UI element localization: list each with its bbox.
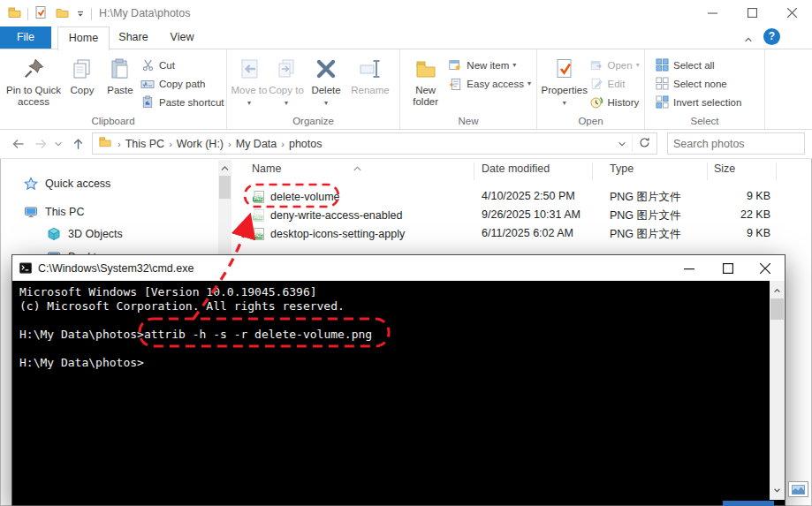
- cmd-title: C:\Windows\System32\cmd.exe: [38, 262, 194, 275]
- back-button[interactable]: [7, 133, 28, 155]
- ribbon-group-open: Properties▾ Open ▾ Edit History Open: [537, 49, 645, 129]
- help-icon[interactable]: ?: [763, 28, 780, 45]
- file-size: 22 KB: [698, 208, 770, 221]
- copy-to-icon: [275, 54, 298, 84]
- open-button[interactable]: Open ▾: [588, 56, 642, 74]
- sidebar-item-this-pc[interactable]: This PC: [23, 205, 84, 219]
- up-button[interactable]: [67, 133, 88, 155]
- breadcrumb-photos[interactable]: photos: [286, 138, 325, 150]
- column-header-name[interactable]: Name: [252, 162, 281, 175]
- rename-icon: [358, 54, 383, 84]
- rename-button[interactable]: Rename: [347, 52, 393, 96]
- history-button[interactable]: History: [588, 93, 642, 111]
- qat-properties-button[interactable]: [34, 5, 48, 23]
- qat-customize-caret-icon[interactable]: [75, 6, 86, 22]
- column-divider[interactable]: [592, 162, 593, 180]
- address-bar[interactable]: › This PC › Work (H:) › My Data › photos: [92, 132, 657, 155]
- new-folder-button[interactable]: New folder: [404, 52, 447, 107]
- dropdown-caret-icon: ▾: [527, 80, 531, 87]
- sidebar-item-3d-objects[interactable]: 3D Objects: [46, 227, 123, 241]
- sidebar-scrollbar[interactable]: [218, 160, 231, 259]
- column-header-size[interactable]: Size: [714, 162, 735, 175]
- cmd-title-bar[interactable]: C:\Windows\System32\cmd.exe: [12, 255, 785, 281]
- delete-button[interactable]: Delete▾: [305, 52, 347, 107]
- maximize-button[interactable]: [737, 0, 767, 26]
- open-icon: [588, 58, 604, 72]
- scroll-up-icon[interactable]: [770, 283, 785, 298]
- search-box[interactable]: [667, 132, 805, 155]
- invert-selection-button[interactable]: Invert selection: [654, 93, 763, 111]
- scroll-down-icon[interactable]: [770, 482, 785, 497]
- history-icon: [588, 95, 604, 110]
- cmd-maximize-button[interactable]: [710, 255, 746, 281]
- recent-locations-caret-icon[interactable]: [50, 133, 66, 155]
- column-divider[interactable]: [474, 162, 474, 180]
- column-divider[interactable]: [707, 162, 708, 180]
- svg-text:PNG: PNG: [254, 197, 262, 201]
- column-divider[interactable]: [776, 162, 777, 180]
- copy-button[interactable]: Copy: [64, 52, 101, 96]
- pin-to-quick-access-button[interactable]: Pin to Quick access: [4, 52, 64, 107]
- cmd-icon: [19, 261, 33, 275]
- tab-file[interactable]: File: [0, 26, 51, 49]
- file-row-delete-volume[interactable]: PNG delete-volume: [251, 187, 340, 206]
- qat-new-folder-button[interactable]: [55, 5, 70, 23]
- select-none-button[interactable]: Select none: [654, 74, 763, 93]
- paste-icon: [109, 54, 132, 84]
- ribbon-collapse-icon[interactable]: [743, 33, 754, 49]
- tab-home[interactable]: Home: [57, 26, 110, 50]
- file-row-deny-write-access-enabled[interactable]: PNG deny-write-access-enabled: [251, 206, 402, 224]
- scissors-icon: [140, 58, 156, 72]
- cmd-close-button[interactable]: [747, 255, 783, 281]
- properties-button[interactable]: Properties▾: [541, 52, 588, 107]
- thumbnail-view-toggle-button[interactable]: [788, 481, 808, 497]
- sidebar-item-quick-access[interactable]: Quick access: [23, 177, 110, 191]
- cmd-window[interactable]: C:\Windows\System32\cmd.exe Microsoft Wi…: [11, 254, 785, 506]
- tab-share[interactable]: Share: [109, 26, 158, 49]
- sort-ascending-icon: [353, 160, 362, 176]
- cmd-minimize-button[interactable]: [672, 255, 707, 281]
- ribbon-tabs: File Home Share View ?: [0, 26, 812, 49]
- paste-button[interactable]: Paste: [101, 52, 140, 96]
- png-file-icon: PNG: [251, 227, 267, 241]
- column-header-type[interactable]: Type: [610, 162, 634, 175]
- column-header-date[interactable]: Date modified: [482, 162, 550, 175]
- select-all-button[interactable]: Select all: [654, 56, 763, 74]
- breadcrumb-my-data[interactable]: My Data: [233, 138, 280, 150]
- select-all-icon: [654, 58, 670, 72]
- console-command-line: H:\My Data\photos>attrib -h -s -r delete…: [19, 328, 372, 341]
- select-none-icon: [654, 77, 670, 91]
- svg-text:PNG: PNG: [254, 234, 262, 238]
- edit-button[interactable]: Edit: [588, 74, 642, 93]
- minimize-button[interactable]: [697, 0, 727, 26]
- group-label-select: Select: [645, 116, 764, 126]
- forward-button[interactable]: [30, 133, 51, 155]
- scrollbar-thumb[interactable]: [770, 298, 784, 320]
- refresh-icon[interactable]: [632, 136, 656, 152]
- window-edge-accent: [723, 501, 774, 506]
- png-file-icon: PNG: [251, 190, 267, 204]
- address-dropdown-caret-icon[interactable]: [612, 136, 632, 152]
- title-bar: H:\My Data\photos: [0, 0, 812, 26]
- new-item-button[interactable]: New item ▾: [447, 56, 535, 74]
- group-label-organize: Organize: [227, 116, 399, 126]
- breadcrumb-this-pc[interactable]: This PC: [123, 138, 167, 150]
- move-to-button[interactable]: Move to ▾: [231, 52, 268, 107]
- breadcrumb-work-h[interactable]: Work (H:): [174, 138, 226, 150]
- console-line: (c) Microsoft Corporation. All rights re…: [19, 299, 345, 313]
- search-input[interactable]: [668, 138, 812, 150]
- file-row-desktop-icons-setting-apply[interactable]: PNG desktop-icons-setting-apply: [251, 224, 405, 243]
- paste-shortcut-button[interactable]: Paste shortcut: [140, 93, 224, 111]
- quick-access-star-icon: [23, 177, 39, 191]
- scrollbar-thumb[interactable]: [219, 176, 231, 199]
- easy-access-icon: [447, 77, 463, 91]
- copy-path-button[interactable]: Copy path: [140, 74, 224, 93]
- close-button[interactable]: [777, 0, 807, 26]
- copy-to-button[interactable]: Copy to ▾: [268, 52, 305, 107]
- easy-access-button[interactable]: Easy access ▾: [447, 74, 535, 93]
- paste-shortcut-icon: [140, 95, 156, 110]
- cmd-scrollbar[interactable]: [770, 281, 785, 500]
- tab-view[interactable]: View: [159, 26, 205, 49]
- breadcrumb-chevron-icon: ›: [167, 139, 174, 149]
- cut-button[interactable]: Cut: [140, 56, 224, 74]
